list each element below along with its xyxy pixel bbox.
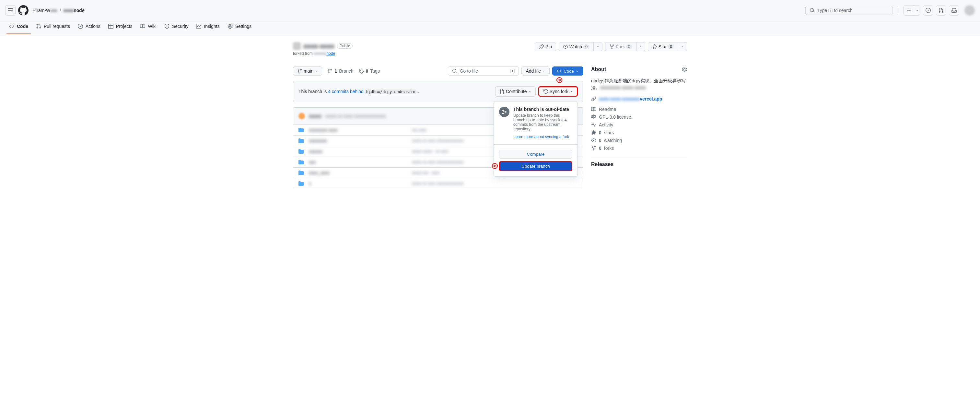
tab-wiki[interactable]: Wiki — [137, 21, 159, 34]
about-description: nodejs作为服务端的drpy实现。全面升级异步写法。xxxxxxxxx xx… — [591, 78, 687, 91]
book-icon — [140, 24, 145, 29]
tag-icon — [359, 69, 364, 73]
tab-security[interactable]: Security — [162, 21, 191, 34]
create-new-menu[interactable] — [904, 5, 920, 16]
commit-message: xxxxx xx xxxx xxxxxxxxxxxxxx — [325, 113, 386, 119]
plus-icon — [907, 8, 912, 13]
repo-nav: Code Pull requests Actions Projects Wiki… — [0, 21, 980, 34]
forked-from-link[interactable]: node — [326, 51, 335, 56]
code-icon — [9, 24, 14, 29]
repo-forked-icon — [609, 44, 614, 49]
breadcrumb-repo[interactable]: xxxxnode — [64, 8, 84, 13]
commit-avatar — [299, 113, 305, 119]
about-header: About — [591, 67, 687, 72]
git-pull-request-icon — [500, 89, 504, 94]
search-input[interactable]: Type / to search — [805, 6, 893, 15]
git-pull-request-icon — [939, 8, 944, 13]
inbox-icon — [951, 8, 957, 13]
hamburger-icon — [8, 8, 13, 13]
divider — [898, 7, 898, 14]
law-icon — [591, 115, 596, 120]
compare-button[interactable]: Compare — [499, 150, 572, 158]
sidebar: About nodejs作为服务端的drpy实现。全面升级异步写法。xxxxxx… — [591, 67, 687, 189]
homepage-link[interactable]: xxxx-xxxx-xxxxxxxvercel.app — [591, 96, 687, 102]
merge-icon — [499, 107, 509, 117]
license-link[interactable]: GPL-3.0 license — [591, 115, 687, 120]
tags-link[interactable]: 0 Tags — [359, 69, 380, 73]
gear-icon[interactable] — [682, 67, 687, 72]
breadcrumb: Hiram-Wxxx / xxxxnode — [32, 8, 84, 13]
tab-actions[interactable]: Actions — [75, 21, 103, 34]
directory-icon — [299, 160, 304, 165]
user-avatar[interactable] — [964, 5, 975, 16]
triangle-down-icon — [315, 69, 318, 73]
notifications-button[interactable] — [949, 5, 959, 16]
watchers-link[interactable]: 0 watching — [591, 138, 687, 143]
activity-link[interactable]: Activity — [591, 122, 687, 128]
forks-link[interactable]: 0 forks — [591, 145, 687, 151]
fork-dropdown[interactable] — [636, 42, 645, 51]
triangle-down-icon — [681, 45, 684, 48]
triangle-down-icon — [915, 9, 919, 12]
directory-icon — [299, 170, 304, 176]
main-content: xxxx-xxxx Public forked from xxxxxx/node… — [283, 34, 697, 194]
search-placeholder: Type / to search — [817, 8, 853, 13]
issues-button[interactable] — [923, 5, 933, 16]
file-name: xxxxxxxx — [309, 138, 407, 143]
go-to-file-input[interactable]: Go to filet — [448, 67, 519, 75]
contribute-button[interactable]: Contribute — [495, 86, 536, 97]
fork-button[interactable]: Fork0 — [605, 42, 636, 51]
branches-link[interactable]: 1 Branch — [327, 69, 353, 73]
star-icon — [591, 130, 596, 135]
releases-heading[interactable]: Releases — [591, 161, 687, 167]
stars-link[interactable]: 0 stars — [591, 130, 687, 135]
commits-behind-link[interactable]: 4 commits behind — [328, 89, 364, 94]
sync-banner: This branch is 4 commits behind hjdhnx/d… — [293, 81, 583, 102]
tab-code[interactable]: Code — [6, 21, 31, 34]
learn-more-link[interactable]: Learn more about syncing a fork — [513, 134, 569, 139]
repo-title: xxxx-xxxx — [303, 43, 334, 50]
tab-pull-requests[interactable]: Pull requests — [33, 21, 73, 34]
content-row: main 1 Branch 0 Tags Go to filet Add fil… — [293, 67, 687, 189]
file-name: xxxx_xxxx — [309, 170, 407, 176]
gear-icon — [228, 24, 233, 29]
pull-requests-button[interactable] — [936, 5, 946, 16]
triangle-down-icon — [570, 90, 573, 93]
directory-icon — [299, 181, 304, 186]
table-row[interactable]: xxxxxx xx xxxx xxxxxxxxxxxxxx — [293, 178, 583, 189]
watch-button[interactable]: Watch0 — [559, 42, 594, 51]
star-icon — [652, 44, 657, 49]
breadcrumb-owner[interactable]: Hiram-Wxxx — [32, 8, 57, 13]
branch-select[interactable]: main — [293, 67, 322, 75]
watch-button-group: Watch0 — [559, 42, 603, 51]
tab-settings[interactable]: Settings — [225, 21, 255, 34]
top-bar: Hiram-Wxxx / xxxxnode Type / to search — [0, 0, 980, 21]
update-branch-button[interactable]: Update branch — [499, 161, 572, 171]
code-button[interactable]: Code — [552, 67, 583, 75]
sync-actions: Contribute ① Sync fork This branch is ou… — [495, 86, 578, 97]
directory-icon — [299, 138, 304, 143]
tab-projects[interactable]: Projects — [106, 21, 135, 34]
popover-desc: Update branch to keep this branch up-to-… — [513, 113, 572, 131]
github-logo[interactable] — [18, 5, 29, 16]
triangle-down-icon — [596, 45, 600, 48]
table-icon — [108, 24, 113, 29]
git-pull-request-icon — [36, 24, 41, 29]
tab-insights[interactable]: Insights — [194, 21, 222, 34]
pin-button[interactable]: Pin — [535, 42, 556, 51]
content-main: main 1 Branch 0 Tags Go to filet Add fil… — [293, 67, 583, 189]
hamburger-button[interactable] — [5, 5, 16, 16]
star-button[interactable]: Star0 — [648, 42, 678, 51]
commit-author: xxxxx — [309, 113, 321, 119]
readme-link[interactable]: Readme — [591, 107, 687, 112]
watch-dropdown[interactable] — [594, 42, 603, 51]
repo-actions: Pin Watch0 Fork0 Star0 — [535, 42, 687, 51]
sync-fork-button[interactable]: Sync fork — [538, 86, 578, 97]
git-branch-icon — [297, 69, 302, 73]
star-dropdown[interactable] — [678, 42, 687, 51]
sync-icon — [543, 89, 548, 94]
add-file-button[interactable]: Add file — [522, 67, 550, 75]
shield-icon — [164, 24, 170, 29]
repo-header: xxxx-xxxx Public forked from xxxxxx/node… — [293, 40, 687, 61]
search-icon — [452, 69, 457, 73]
